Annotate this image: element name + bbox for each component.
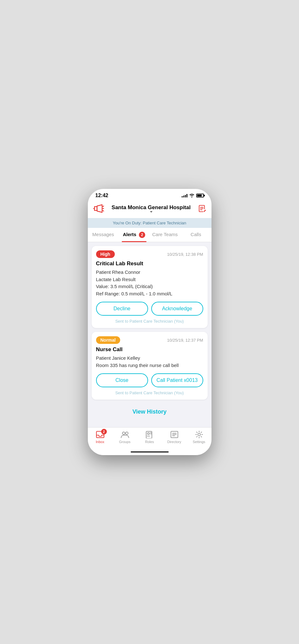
alert-title-1: Critical Lab Result	[96, 261, 203, 267]
header-title-area[interactable]: Santa Monica General Hospital	[112, 204, 191, 213]
nav-directory-label: Directory	[167, 440, 181, 444]
svg-marker-1	[97, 205, 102, 212]
tab-calls[interactable]: Calls	[180, 228, 211, 242]
bottom-nav: 2 Inbox Groups	[88, 427, 211, 449]
view-history-section: View History	[92, 403, 208, 418]
status-bar: 12:42	[88, 189, 211, 200]
sent-to-2: Sent to Patient Care Technician (You)	[96, 390, 203, 395]
megaphone-icon	[93, 204, 104, 213]
directory-icon	[170, 431, 179, 438]
nav-groups-label: Groups	[119, 440, 130, 444]
severity-badge-high: High	[96, 250, 115, 258]
compose-button[interactable]	[198, 204, 206, 213]
decline-button[interactable]: Decline	[96, 302, 148, 316]
timestamp-1: 10/25/19, 12:38 PM	[167, 252, 203, 257]
header: Santa Monica General Hospital	[88, 200, 211, 218]
hospital-name: Santa Monica General Hospital	[112, 204, 191, 211]
svg-line-3	[103, 206, 104, 207]
card-header-1: High 10/25/19, 12:38 PM	[96, 250, 203, 258]
card-actions-2: Close Call Patient x0013	[96, 373, 203, 387]
inbox-badge: 2	[101, 429, 107, 435]
groups-icon	[120, 431, 129, 438]
card-actions-1: Decline Acknowledge	[96, 302, 203, 316]
svg-line-5	[103, 210, 104, 211]
call-patient-button[interactable]: Call Patient x0013	[151, 373, 203, 387]
nav-directory[interactable]: Directory	[162, 430, 187, 444]
nav-inbox-label: Inbox	[96, 440, 104, 444]
svg-point-12	[122, 432, 125, 435]
phone-frame: 12:42 Santa Monica Gen	[88, 189, 211, 455]
chevron-down-icon	[150, 211, 153, 213]
inbox-icon-wrap: 2	[95, 430, 105, 439]
alert-title-2: Nurse Call	[96, 346, 203, 353]
svg-point-15	[147, 433, 149, 435]
edit-icon	[198, 204, 206, 213]
nav-roles-label: Roles	[145, 440, 154, 444]
home-indicator	[88, 449, 211, 455]
svg-point-23	[198, 433, 200, 436]
gear-icon	[195, 430, 203, 439]
nav-settings[interactable]: Settings	[187, 430, 211, 444]
alert-body-1: Patient Rhea Connor Lactate Lab Result V…	[96, 269, 203, 297]
tabs: Messages Alerts 2 Care Teams Calls	[88, 228, 211, 242]
status-icons	[182, 194, 204, 197]
view-history-button[interactable]: View History	[133, 409, 167, 415]
signal-bars-icon	[182, 194, 187, 197]
settings-icon-wrap	[194, 430, 204, 439]
roles-icon	[145, 431, 154, 438]
home-bar	[131, 451, 169, 453]
roles-icon-wrap	[145, 430, 154, 439]
alert-body-2: Patient Janice Kelley Room 335 has rung …	[96, 355, 203, 369]
on-duty-banner: You're On Duty: Patient Care Technician	[88, 218, 211, 228]
tab-alerts[interactable]: Alerts 2	[119, 228, 150, 242]
card-header-2: Normal 10/25/19, 12:37 PM	[96, 336, 203, 344]
directory-icon-wrap	[170, 430, 179, 439]
svg-point-13	[126, 432, 128, 435]
timestamp-2: 10/25/19, 12:37 PM	[167, 338, 203, 343]
alert-card-1: High 10/25/19, 12:38 PM Critical Lab Res…	[92, 246, 208, 328]
tab-care-teams[interactable]: Care Teams	[150, 228, 181, 242]
wifi-icon	[189, 194, 194, 197]
groups-icon-wrap	[120, 430, 130, 439]
megaphone-button[interactable]	[93, 203, 104, 214]
severity-badge-normal: Normal	[96, 336, 120, 344]
close-button[interactable]: Close	[96, 373, 148, 387]
alert-card-2: Normal 10/25/19, 12:37 PM Nurse Call Pat…	[92, 332, 208, 400]
battery-icon	[196, 194, 204, 197]
nav-settings-label: Settings	[193, 440, 205, 444]
alerts-badge: 2	[139, 232, 145, 238]
tab-messages[interactable]: Messages	[88, 228, 119, 242]
nav-groups[interactable]: Groups	[113, 430, 137, 444]
alerts-list: High 10/25/19, 12:38 PM Critical Lab Res…	[88, 242, 211, 427]
acknowledge-button[interactable]: Acknowledge	[151, 302, 203, 316]
hospital-selector	[150, 211, 153, 213]
nav-inbox[interactable]: 2 Inbox	[88, 430, 113, 444]
sent-to-1: Sent to Patient Care Technician (You)	[96, 319, 203, 324]
status-time: 12:42	[95, 193, 108, 198]
nav-roles[interactable]: Roles	[137, 430, 162, 444]
